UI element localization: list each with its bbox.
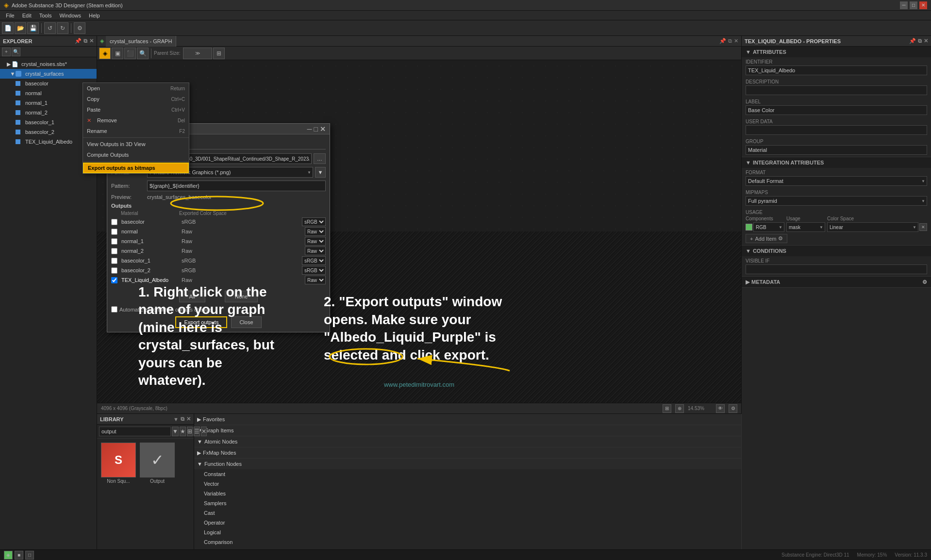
settings-graph-btn[interactable]: ⚙ [729, 404, 737, 413]
output-space-select-bc2[interactable]: sRGB [302, 266, 326, 275]
lib-list-btn[interactable]: ☰ [194, 427, 200, 436]
ctx-view-outputs[interactable]: View Outputs in 3D View [83, 139, 189, 149]
save-btn[interactable]: 💾 [27, 22, 39, 34]
graph-close-btn[interactable]: ✕ [734, 38, 738, 44]
dialog-close[interactable]: ✕ [320, 125, 326, 133]
none-button[interactable]: None [225, 291, 258, 302]
output-check-tex[interactable] [111, 277, 117, 283]
browse-button[interactable]: … [314, 153, 326, 164]
lib-node-nonsquare[interactable]: S Non Squ... [101, 443, 136, 484]
lib-item-operator[interactable]: Operator [194, 518, 741, 527]
all-button[interactable]: All [179, 291, 205, 302]
output-space-select-n[interactable]: Raw [305, 227, 326, 236]
menu-windows[interactable]: Windows [55, 11, 85, 20]
lib-section-header-fxmap[interactable]: ▶ FxMap Nodes [194, 447, 741, 458]
menu-help[interactable]: Help [85, 11, 104, 20]
zoom-btn[interactable]: ⊕ [675, 404, 684, 413]
output-check-bc2[interactable] [111, 267, 117, 274]
lib-item-comparison[interactable]: Comparison [194, 537, 741, 547]
dialog-maximize[interactable]: □ [314, 125, 318, 133]
usage-delete-btn[interactable]: ✕ [919, 223, 927, 231]
props-close[interactable]: ✕ [924, 38, 928, 44]
ctx-open[interactable]: Open Return [83, 83, 189, 94]
description-input[interactable] [746, 85, 927, 95]
lib-bookmark-btn[interactable]: ★ [180, 427, 186, 436]
identifier-input[interactable] [746, 66, 927, 75]
menu-tools[interactable]: Tools [35, 11, 56, 20]
ctx-export-bitmaps[interactable]: Export outputs as bitmaps [83, 163, 189, 173]
lib-grid-btn[interactable]: ⊞ [187, 427, 193, 436]
lib-float[interactable]: ⧉ [181, 416, 184, 422]
graph-tb-grid[interactable]: ⊞ [213, 48, 225, 59]
output-space-select-n1[interactable]: Raw [305, 237, 326, 246]
close-button[interactable]: ✕ [919, 1, 927, 9]
visible-if-input[interactable] [746, 264, 927, 274]
props-float[interactable]: ⧉ [918, 38, 922, 44]
graph-tab[interactable]: crystal_surfaces - GRAPH [106, 36, 176, 47]
output-check-normal[interactable] [111, 229, 117, 235]
tree-item-file[interactable]: ▶ 📄 crystal_noises.sbs* [0, 59, 97, 69]
lib-item-constant[interactable]: Constant [194, 469, 741, 479]
lib-item-vector[interactable]: Vector [194, 479, 741, 489]
output-check-bc1[interactable] [111, 258, 117, 264]
menu-file[interactable]: File [2, 11, 18, 20]
lib-item-samplers[interactable]: Samplers [194, 498, 741, 508]
conditions-header[interactable]: ▼ CONDITIONS [742, 246, 931, 256]
auto-export-check[interactable] [111, 306, 117, 313]
colorspace-select[interactable]: Linear [827, 222, 918, 232]
lib-item-cast[interactable]: Cast [194, 508, 741, 518]
maximize-button[interactable]: □ [910, 1, 917, 9]
add-item-button[interactable]: + Add Item ⚙ [746, 234, 787, 243]
dialog-minimize[interactable]: ─ [307, 125, 312, 133]
new-btn[interactable]: 📄 [2, 22, 14, 34]
usage-select[interactable]: mask [786, 222, 825, 232]
lib-filter-btn[interactable]: ▼ [172, 427, 179, 436]
format-browse[interactable]: ▼ [315, 167, 326, 178]
graph-pin[interactable]: 📌 [719, 38, 726, 44]
explorer-add[interactable]: + [2, 48, 11, 56]
lib-item-variables[interactable]: Variables [194, 489, 741, 498]
status-graph-btn[interactable]: ◈ [4, 551, 13, 560]
output-space-select-n2[interactable]: Raw [305, 247, 326, 255]
library-search[interactable] [99, 427, 171, 436]
userdata-input[interactable] [746, 125, 927, 135]
tree-item-graph[interactable]: ▼ crystal_surfaces [0, 69, 97, 79]
lib-filter[interactable]: ▼ [173, 416, 179, 422]
ctx-paste[interactable]: Paste Ctrl+V [83, 104, 189, 115]
lib-close[interactable]: ✕ [186, 416, 191, 422]
grid-btn[interactable]: ⊞ [663, 404, 671, 413]
status-view-btn[interactable]: □ [25, 551, 34, 560]
export-button[interactable]: Export outputs [175, 316, 227, 328]
components-select[interactable]: RGB [753, 222, 784, 232]
lib-section-header-favorites[interactable]: ▶ Favorites [194, 414, 741, 425]
label-input[interactable] [746, 105, 927, 115]
lib-node-output[interactable]: ✓ Output [140, 443, 175, 484]
explorer-pin[interactable]: 📌 [75, 38, 82, 44]
lib-close2[interactable]: ✕ [201, 427, 207, 436]
ctx-rename[interactable]: Rename F2 [83, 126, 189, 136]
open-btn[interactable]: 📂 [15, 22, 26, 34]
lib-section-header-function[interactable]: ▼ Function Nodes [194, 459, 741, 469]
ctx-remove[interactable]: ✕ Remove Del [83, 115, 189, 126]
group-input[interactable] [746, 145, 927, 155]
graph-tb-4[interactable]: 🔍 [137, 48, 149, 59]
lib-section-header-graphitems[interactable]: ▼ Graph Items [194, 425, 741, 436]
output-space-select-tex[interactable]: Raw [305, 276, 326, 284]
attributes-header[interactable]: ▼ ATTRIBUTES [742, 47, 931, 57]
props-pin[interactable]: 📌 [909, 38, 916, 44]
graph-tb-size[interactable]: ≫ [183, 48, 212, 59]
integration-header[interactable]: ▼ INTEGRATION ATTRIBUTES [742, 157, 931, 168]
lib-section-header-atomic[interactable]: ▼ Atomic Nodes [194, 436, 741, 447]
explorer-close[interactable]: ✕ [89, 38, 94, 44]
lib-item-logical[interactable]: Logical [194, 527, 741, 537]
pattern-input[interactable] [147, 181, 326, 191]
output-space-select-bc1[interactable]: sRGB [302, 256, 326, 265]
metadata-header[interactable]: ▶ METADATA ⚙ [742, 277, 931, 287]
explorer-float[interactable]: ⧉ [83, 38, 87, 44]
ctx-copy[interactable]: Copy Ctrl+C [83, 94, 189, 104]
metadata-settings[interactable]: ⚙ [922, 279, 927, 285]
graph-float[interactable]: ⧉ [728, 38, 732, 44]
format-select-props[interactable]: Default Format [746, 176, 927, 186]
minimize-button[interactable]: ─ [900, 1, 908, 9]
view-btn[interactable]: 👁 [716, 404, 725, 413]
